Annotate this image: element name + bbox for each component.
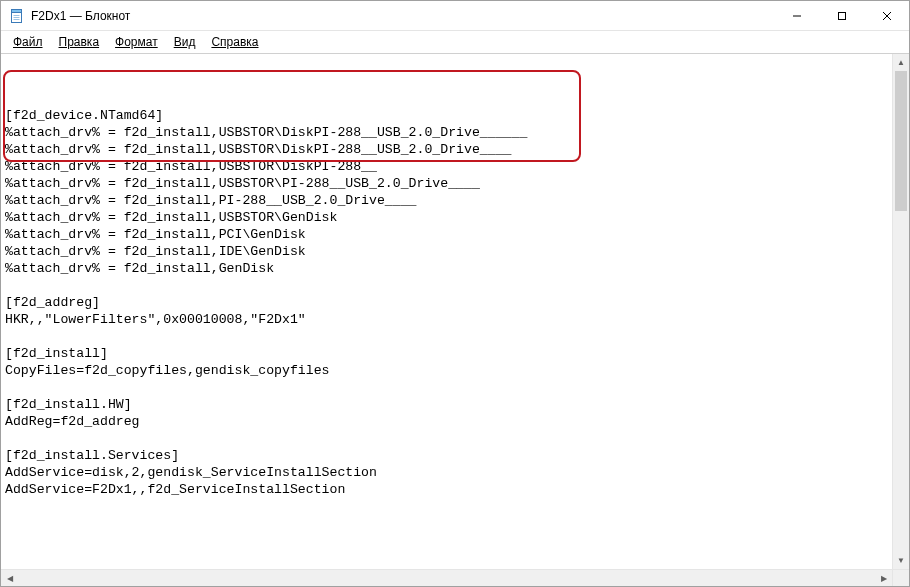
text-line [5, 328, 888, 345]
text-line [5, 277, 888, 294]
menu-bar: Файл Правка Формат Вид Справка [1, 31, 909, 53]
text-line: %attach_drv% = f2d_install,USBSTOR\DiskP… [5, 141, 888, 158]
svg-rect-6 [838, 12, 845, 19]
text-line: %attach_drv% = f2d_install,USBSTOR\DiskP… [5, 158, 888, 175]
minimize-button[interactable] [774, 1, 819, 30]
notepad-window: F2Dx1 — Блокнот Файл Правка Формат Вид С… [0, 0, 910, 587]
text-line: %attach_drv% = f2d_install,PI-288__USB_2… [5, 192, 888, 209]
vertical-scrollbar[interactable]: ▲ ▼ [892, 54, 909, 569]
text-line: [f2d_install] [5, 345, 888, 362]
text-line: %attach_drv% = f2d_install,USBSTOR\GenDi… [5, 209, 888, 226]
content-wrap: [f2d_device.NTamd64]%attach_drv% = f2d_i… [1, 53, 909, 569]
menu-help[interactable]: Справка [203, 33, 266, 51]
title-bar: F2Dx1 — Блокнот [1, 1, 909, 31]
text-line: [f2d_install.Services] [5, 447, 888, 464]
text-line: AddService=disk,2,gendisk_ServiceInstall… [5, 464, 888, 481]
scrollbar-corner [892, 570, 909, 586]
text-line: %attach_drv% = f2d_install,USBSTOR\PI-28… [5, 175, 888, 192]
text-line [5, 379, 888, 396]
notepad-icon [9, 8, 25, 24]
window-controls [774, 1, 909, 30]
text-line: AddService=F2Dx1,,f2d_ServiceInstallSect… [5, 481, 888, 498]
maximize-button[interactable] [819, 1, 864, 30]
menu-format[interactable]: Формат [107, 33, 166, 51]
scroll-right-arrow-icon[interactable]: ▶ [875, 570, 892, 586]
text-line: [f2d_device.NTamd64] [5, 107, 888, 124]
text-line: %attach_drv% = f2d_install,GenDisk [5, 260, 888, 277]
text-line: %attach_drv% = f2d_install,PCI\GenDisk [5, 226, 888, 243]
scroll-thumb[interactable] [895, 71, 907, 211]
text-line: [f2d_addreg] [5, 294, 888, 311]
menu-edit[interactable]: Правка [51, 33, 108, 51]
hscroll-track[interactable] [18, 570, 875, 586]
close-button[interactable] [864, 1, 909, 30]
svg-rect-1 [12, 9, 22, 12]
text-line [5, 498, 888, 515]
menu-view[interactable]: Вид [166, 33, 204, 51]
text-line: %attach_drv% = f2d_install,IDE\GenDisk [5, 243, 888, 260]
window-title: F2Dx1 — Блокнот [31, 9, 130, 23]
scroll-left-arrow-icon[interactable]: ◀ [1, 570, 18, 586]
text-area[interactable]: [f2d_device.NTamd64]%attach_drv% = f2d_i… [1, 54, 892, 569]
scroll-track[interactable] [893, 71, 909, 552]
menu-file[interactable]: Файл [5, 33, 51, 51]
text-line: CopyFiles=f2d_copyfiles,gendisk_copyfile… [5, 362, 888, 379]
text-line: AddReg=f2d_addreg [5, 413, 888, 430]
scroll-up-arrow-icon[interactable]: ▲ [893, 54, 909, 71]
text-line: HKR,,"LowerFilters",0x00010008,"F2Dx1" [5, 311, 888, 328]
text-line: %attach_drv% = f2d_install,USBSTOR\DiskP… [5, 124, 888, 141]
text-line: [f2d_install.HW] [5, 396, 888, 413]
horizontal-scrollbar[interactable]: ◀ ▶ [1, 569, 909, 586]
text-line [5, 430, 888, 447]
scroll-down-arrow-icon[interactable]: ▼ [893, 552, 909, 569]
